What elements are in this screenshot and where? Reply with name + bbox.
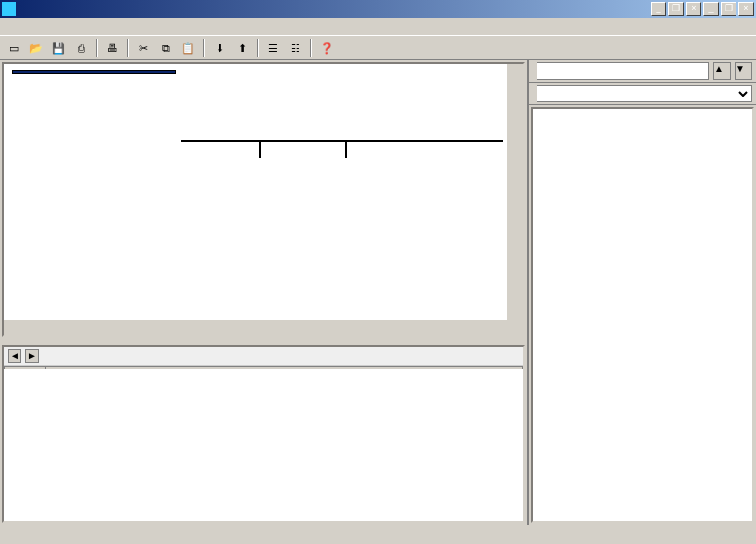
nav-prev-button[interactable]: ◄	[8, 349, 21, 363]
body: ◄ ► ▲	[0, 60, 756, 525]
tool-print[interactable]: 🖶	[102, 38, 122, 58]
tool-savecompile[interactable]: ⎙	[71, 38, 91, 58]
station-canvas[interactable]	[2, 62, 525, 337]
tool-download[interactable]: ⬇	[210, 38, 229, 58]
tool-netconfig[interactable]: ☷	[286, 38, 305, 58]
canvas-vscroll[interactable]	[507, 64, 523, 335]
toolbar-sep	[203, 39, 205, 57]
tool-help[interactable]: ❓	[317, 38, 337, 58]
rack-title[interactable]	[13, 71, 175, 73]
close-button[interactable]: ×	[686, 2, 701, 16]
canvas-hscroll[interactable]	[4, 320, 507, 335]
toolbar-sep	[96, 39, 98, 57]
mdi-restore-button[interactable]: ❐	[721, 2, 736, 16]
toolbar-sep	[127, 39, 129, 57]
tool-open[interactable]: 📂	[26, 38, 46, 58]
find-up-button[interactable]: ▲	[713, 62, 731, 80]
menu-help[interactable]	[99, 25, 111, 27]
bus-line[interactable]	[181, 140, 503, 142]
col-desig[interactable]	[46, 367, 523, 369]
detail-table-wrap[interactable]	[4, 366, 523, 521]
app-icon	[2, 2, 16, 16]
find-down-button[interactable]: ▼	[735, 62, 752, 80]
menu-view[interactable]	[59, 25, 70, 27]
tool-copy[interactable]: ⧉	[156, 38, 176, 58]
tool-save[interactable]: 💾	[49, 38, 68, 58]
detail-pane: ◄ ►	[2, 345, 525, 523]
tool-catalog[interactable]: ☰	[263, 38, 283, 58]
toolbar-sep	[257, 39, 259, 57]
find-row: ▲ ▼	[529, 60, 756, 83]
left-pane: ◄ ►	[0, 60, 527, 525]
detail-nav: ◄ ►	[4, 347, 523, 366]
status-bar	[0, 525, 756, 544]
menu-station[interactable]	[4, 25, 16, 27]
menu-edit[interactable]	[18, 25, 29, 27]
menu-insert[interactable]	[31, 25, 43, 27]
col-slot[interactable]	[5, 367, 46, 369]
restore-button[interactable]: ❐	[668, 2, 684, 16]
bus-drop	[345, 142, 347, 158]
menu-options[interactable]	[72, 25, 84, 27]
mdi-minimize-button[interactable]: _	[703, 2, 719, 16]
detail-table	[4, 366, 523, 369]
menu-bar	[0, 18, 756, 35]
mdi-close-button[interactable]: ×	[738, 2, 754, 16]
menu-plc[interactable]	[45, 25, 57, 27]
title-bar[interactable]: _ ❐ × _ ❐ ×	[0, 0, 756, 18]
toolbar: ▭ 📂 💾 ⎙ 🖶 ✂ ⧉ 📋 ⬇ ⬆ ☰ ☷ ❓	[0, 35, 756, 60]
app-window: _ ❐ × _ ❐ × ▭ 📂 💾 ⎙ 🖶 ✂ ⧉ 📋 ⬇ ⬆ ☰ ☷	[0, 0, 756, 544]
profile-row	[529, 83, 756, 105]
tool-upload[interactable]: ⬆	[232, 38, 252, 58]
rack-window[interactable]	[12, 70, 176, 74]
toolbar-sep	[310, 39, 312, 57]
tool-new[interactable]: ▭	[4, 38, 23, 58]
bus-drop	[259, 142, 261, 158]
menu-window[interactable]	[86, 25, 98, 27]
tool-paste[interactable]: 📋	[179, 38, 198, 58]
minimize-button[interactable]: _	[651, 2, 666, 16]
splitter-horizontal[interactable]	[0, 339, 527, 343]
catalog-pane: ▲ ▼	[527, 60, 756, 525]
tool-cut[interactable]: ✂	[134, 38, 153, 58]
window-buttons: _ ❐ × _ ❐ ×	[651, 2, 754, 16]
profile-select[interactable]	[537, 85, 752, 102]
catalog-tree[interactable]	[531, 107, 754, 523]
nav-next-button[interactable]: ►	[25, 349, 39, 363]
find-input[interactable]	[537, 62, 709, 80]
